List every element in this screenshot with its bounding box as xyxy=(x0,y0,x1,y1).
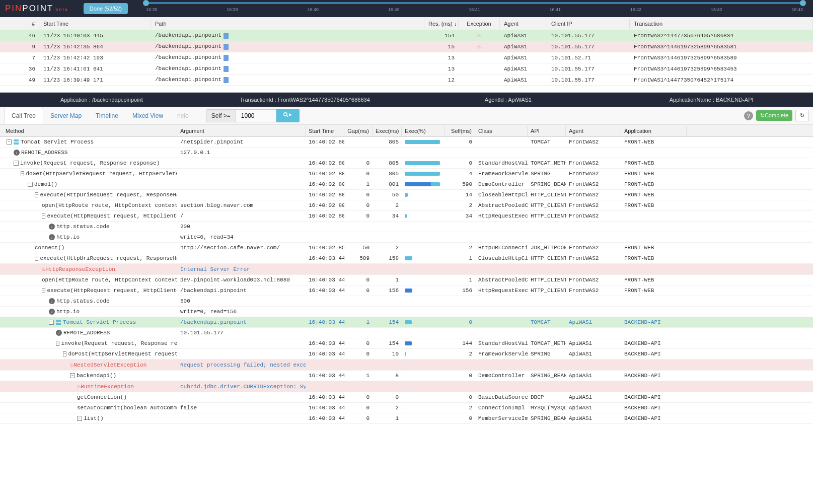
cell-class xyxy=(475,225,528,228)
cell-gap: 1 xyxy=(344,318,373,327)
tab-mixed-view[interactable]: Mixed View xyxy=(125,108,170,123)
tcol-argument[interactable]: Argument xyxy=(177,126,306,136)
call-tree-row[interactable]: −backendapi()16:40:03 446180DemoControll… xyxy=(0,371,813,381)
tcol-start[interactable]: Start Time xyxy=(306,126,344,136)
cell-execpct xyxy=(402,225,445,228)
exec-bar xyxy=(405,320,442,325)
transaction-row[interactable]: 911/23 16:42:35 864/backendapi.pinpoint1… xyxy=(0,41,813,52)
call-tree-row[interactable]: −Tomcat Servlet Process/netspider.pinpoi… xyxy=(0,137,813,148)
document-icon xyxy=(224,55,229,61)
call-tree-row[interactable]: ♨ RuntimeExceptioncubrid.jdbc.driver.CUB… xyxy=(0,381,813,392)
call-tree-row[interactable]: setAutoCommit(boolean autoCommitFlag)fal… xyxy=(0,403,813,413)
cell-class xyxy=(475,140,528,143)
timeline-slider[interactable] xyxy=(146,2,803,4)
cell-start: 16:40:03 446 xyxy=(306,371,344,380)
expand-icon[interactable]: − xyxy=(14,161,19,166)
logo-point: POINT xyxy=(22,4,53,13)
cell-argument: /backendapi.pinpoint xyxy=(177,286,306,295)
transaction-row[interactable]: 711/23 16:42:42 193/backendapi.pinpoint1… xyxy=(0,52,813,63)
help-button[interactable]: ? xyxy=(744,111,753,120)
expand-icon[interactable]: − xyxy=(35,256,38,261)
col-start[interactable]: Start Time xyxy=(39,19,151,29)
transaction-row[interactable]: 4611/23 16:40:03 445/backendapi.pinpoint… xyxy=(0,30,813,41)
col-clientip[interactable]: Client IP xyxy=(547,19,630,29)
col-agent[interactable]: Agent xyxy=(500,19,547,29)
tcol-agent[interactable]: Agent xyxy=(566,126,621,136)
call-tree-row[interactable]: open(HttpRoute route, HttpContext contex… xyxy=(0,200,813,211)
call-tree-row[interactable]: ihttp.iowrite=0, read=34 xyxy=(0,232,813,243)
cell-agent xyxy=(566,385,621,388)
cell-exec: 2 xyxy=(373,243,402,252)
expand-icon[interactable]: − xyxy=(21,171,24,176)
call-tree-row[interactable]: ♨ HttpResponseExceptionInternal Server E… xyxy=(0,264,813,275)
call-tree-row[interactable]: ♨ NestedServletExceptionRequest processi… xyxy=(0,359,813,371)
transaction-row[interactable]: 4911/23 16:39:49 171/backendapi.pinpoint… xyxy=(0,75,813,86)
expand-icon[interactable]: − xyxy=(42,213,45,219)
cell-gap xyxy=(344,236,373,239)
expand-icon[interactable]: − xyxy=(49,320,54,325)
call-tree-row[interactable]: iREMOTE_ADDRESS127.0.0.1 xyxy=(0,148,813,158)
transaction-row[interactable]: 3611/23 16:41:01 641/backendapi.pinpoint… xyxy=(0,63,813,75)
document-icon xyxy=(224,33,229,39)
call-tree-row[interactable]: getConnection()16:40:03 446000BasicDataS… xyxy=(0,392,813,403)
tab-call-tree[interactable]: Call Tree xyxy=(4,108,43,124)
call-tree-row[interactable]: −execute(HttpRequest request, HttpClient… xyxy=(0,285,813,296)
tcol-exec[interactable]: Exec(ms) xyxy=(373,126,402,136)
tab-server-map[interactable]: Server Map xyxy=(43,108,89,123)
tcol-self[interactable]: Self(ms) xyxy=(445,126,475,136)
refresh-button[interactable]: ↻ xyxy=(795,110,809,121)
col-transaction[interactable]: Transaction xyxy=(630,19,813,29)
tcol-execpct[interactable]: Exec(%) xyxy=(402,126,445,136)
call-tree-row[interactable]: −invoke(Request request, Response respon… xyxy=(0,158,813,169)
expand-icon[interactable]: − xyxy=(56,341,59,346)
tcol-gap[interactable]: Gap(ms) xyxy=(344,126,373,136)
col-num[interactable]: # xyxy=(0,19,39,29)
tcol-class[interactable]: Class xyxy=(475,126,528,136)
cell-method: −execute(HttpUriRequest request, Respons… xyxy=(3,254,177,263)
col-res[interactable]: Res. (ms) ↓ xyxy=(424,19,459,29)
logo-pin: PIN xyxy=(5,4,22,13)
call-tree-row[interactable]: −doGet(HttpServletRequest request, HttpS… xyxy=(0,169,813,179)
cell-self xyxy=(445,310,475,313)
cell-argument: Internal Server Error xyxy=(177,265,306,274)
cell-ip: 10.101.55.177 xyxy=(547,31,630,40)
call-tree-row[interactable]: −execute(HttpRequest request, Httpclient… xyxy=(0,211,813,222)
call-tree-row[interactable]: −invoke(Request request, Response respon… xyxy=(0,338,813,349)
exec-bar xyxy=(405,245,442,250)
call-tree-row[interactable]: −list()16:40:03 448010MemberServiceImplS… xyxy=(0,413,813,424)
expand-icon[interactable]: − xyxy=(63,351,66,356)
expand-icon[interactable]: − xyxy=(7,139,12,145)
exec-bar xyxy=(405,341,442,346)
call-tree-row[interactable]: connect()http://section.cafe.naver.com/1… xyxy=(0,243,813,253)
call-tree-row[interactable]: −demo1()16:40:02 8021801590DemoControlle… xyxy=(0,179,813,190)
call-tree-row[interactable]: ihttp.status.code500 xyxy=(0,296,813,307)
cell-class: AbstractPooledCon… xyxy=(475,275,528,284)
call-tree-row[interactable]: ihttp.status.code200 xyxy=(0,222,813,232)
cell-agent xyxy=(566,331,621,334)
col-exception[interactable]: Exception xyxy=(459,19,500,29)
expand-icon[interactable]: − xyxy=(77,416,82,421)
expand-icon[interactable]: − xyxy=(35,192,38,197)
call-tree-row[interactable]: iREMOTE_ADDRESS10.101.55.177 xyxy=(0,328,813,338)
call-tree-row[interactable]: −execute(HttpUriRequest request, Respons… xyxy=(0,190,813,200)
tcol-application[interactable]: Application xyxy=(621,126,687,136)
self-filter-search-button[interactable] xyxy=(276,109,300,122)
cell-agent: ApiWAS1 xyxy=(566,349,621,358)
call-tree-row[interactable]: open(HttpRoute route, HttpContext contex… xyxy=(0,275,813,285)
expand-icon[interactable]: − xyxy=(42,288,45,293)
cell-agent: ApiWAS1 xyxy=(500,53,547,62)
cell-agent: FrontWAS2 xyxy=(566,286,621,295)
self-filter-input[interactable] xyxy=(236,109,276,122)
call-tree-row[interactable]: −Tomcat Servlet Process/backendapi.pinpo… xyxy=(0,317,813,328)
call-tree-row[interactable]: −execute(HttpUriRequest request, Respons… xyxy=(0,253,813,264)
tab-timeline[interactable]: Timeline xyxy=(89,108,125,123)
done-button[interactable]: Done (52/52) xyxy=(84,3,128,14)
expand-icon[interactable]: − xyxy=(70,373,75,378)
call-tree-row[interactable]: ihttp.iowrite=0, read=156 xyxy=(0,307,813,317)
tcol-api[interactable]: API xyxy=(528,126,566,136)
complete-button[interactable]: ↻Complete xyxy=(756,110,792,121)
call-tree-row[interactable]: −doPost(HttpServletRequest request, Http… xyxy=(0,349,813,359)
tcol-method[interactable]: Method xyxy=(3,126,177,136)
expand-icon[interactable]: − xyxy=(28,182,33,187)
col-path[interactable]: Path xyxy=(151,19,424,29)
